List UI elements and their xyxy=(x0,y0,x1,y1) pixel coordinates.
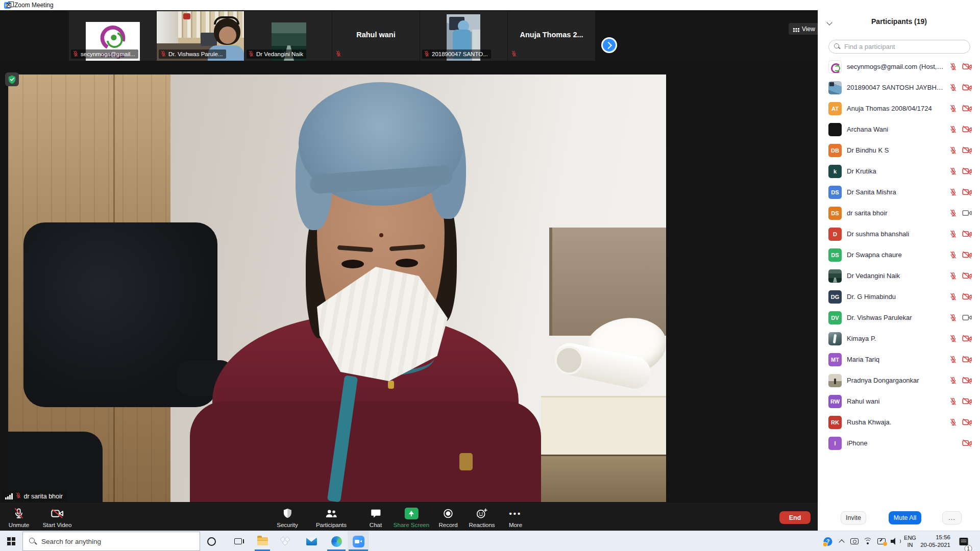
record-button[interactable]: Record xyxy=(438,503,457,531)
mail-button[interactable] xyxy=(300,531,323,551)
edge-button[interactable] xyxy=(325,531,348,551)
participant-name: Dr Vedangini Naik xyxy=(847,272,944,280)
cortana-button[interactable] xyxy=(200,531,223,551)
windows-logo-icon xyxy=(7,537,15,545)
participant-row[interactable]: MT Maria Tariq xyxy=(818,349,980,370)
participants-icon xyxy=(325,507,338,520)
remote-display-tray-button[interactable] xyxy=(877,531,886,551)
mic-muted-icon xyxy=(72,51,79,58)
signal-bars-icon xyxy=(5,493,13,499)
participant-row[interactable]: DS dr sarita bhoir xyxy=(818,203,980,223)
action-center-button[interactable]: 1 xyxy=(960,531,968,551)
thumbnail-name: Rahul wani xyxy=(332,31,420,39)
thumbnail-santosh[interactable]: 201890047 SANTO... xyxy=(420,11,507,61)
help-tray-button[interactable]: ? xyxy=(824,531,832,551)
volume-tray-button[interactable] xyxy=(891,531,900,551)
video-filmstrip: nmogs secynmogs@gmail... Dr. Vishwas Par… xyxy=(0,10,818,61)
participant-row[interactable]: 201890047 SANTOSH JAYBHAYE xyxy=(818,77,980,98)
zoom-app-icon xyxy=(353,536,364,547)
participant-row[interactable]: I iPhone xyxy=(818,433,980,454)
participant-row[interactable]: Archana Wani xyxy=(818,119,980,140)
camera-off-icon xyxy=(962,293,972,300)
thumbnail-vishwas[interactable]: Dr. Vishwas Parule... xyxy=(157,11,244,61)
zoom-taskbar-button[interactable] xyxy=(347,531,370,551)
participant-avatar xyxy=(828,60,842,73)
thumbnail-name: Anuja Thomas 2... xyxy=(508,31,595,39)
more-button[interactable]: ••• More xyxy=(509,503,522,531)
taskbar-search-input[interactable] xyxy=(22,532,200,551)
thumbnail-vedangini[interactable]: Dr Vedangini Naik xyxy=(244,11,332,61)
share-screen-icon xyxy=(404,507,418,520)
participant-row[interactable]: DS Dr Sanita Mishra xyxy=(818,182,980,203)
participant-name: 201890047 SANTOSH JAYBHAYE xyxy=(847,84,944,91)
participant-row[interactable]: Kimaya P. xyxy=(818,328,980,349)
security-button[interactable]: Security xyxy=(277,503,298,531)
participant-search[interactable] xyxy=(828,40,970,54)
participant-row[interactable]: AT Anuja Thomas 2008/04/1724 xyxy=(818,98,980,119)
view-button[interactable]: View xyxy=(789,23,820,35)
mute-all-button[interactable]: Mute All xyxy=(889,511,921,524)
doctor-torso xyxy=(190,401,541,502)
chat-button[interactable]: Chat xyxy=(370,503,382,531)
search-icon xyxy=(29,538,37,545)
participant-name: iPhone xyxy=(847,439,944,447)
meeting-toolbar: Unmute Start Video Security Participants… xyxy=(0,503,818,531)
participant-row[interactable]: D Dr sushma bhanshali xyxy=(818,223,980,244)
participant-row[interactable]: k Dr Krutika xyxy=(818,161,980,182)
wifi-tray-button[interactable] xyxy=(863,531,872,551)
folder-icon xyxy=(257,537,268,545)
thumbnail-secynmogs[interactable]: nmogs secynmogs@gmail... xyxy=(69,11,156,61)
display-tray-button[interactable] xyxy=(850,531,859,551)
reactions-button[interactable]: Reactions xyxy=(469,503,495,531)
participant-row[interactable]: DG Dr. G Himabindu xyxy=(818,286,980,307)
camera-off-icon xyxy=(962,105,972,112)
participant-row[interactable]: Dr Vedangini Naik xyxy=(818,265,980,286)
camera-on-icon xyxy=(962,314,972,321)
participant-name: Pradnya Dongargaonkar xyxy=(847,377,944,384)
clock[interactable]: 15:56 20-05-2021 xyxy=(919,531,950,551)
mic-muted-icon xyxy=(949,293,957,300)
participants-button[interactable]: Participants xyxy=(316,503,347,531)
dropbox-button[interactable] xyxy=(274,531,297,551)
search-input[interactable] xyxy=(828,40,970,54)
windows-taskbar: ? ENG IN 15:56 20-05-2021 1 xyxy=(0,531,980,551)
taskbar-search[interactable] xyxy=(22,532,200,551)
thumbnail-rahul[interactable]: Rahul wani xyxy=(332,11,420,61)
participant-row[interactable]: DV Dr. Vishwas Parulekar xyxy=(818,307,980,328)
file-explorer-button[interactable] xyxy=(251,531,274,551)
close-button[interactable]: × xyxy=(0,0,17,10)
participant-row[interactable]: RW Rahul wani xyxy=(818,391,980,412)
next-page-arrow-button[interactable] xyxy=(601,37,617,53)
thumbnail-anuja[interactable]: Anuja Thomas 2... xyxy=(508,11,595,61)
participant-avatar: DS xyxy=(828,186,842,199)
participant-row[interactable]: DB Dr Bindhu K S xyxy=(818,140,980,161)
mic-muted-icon xyxy=(949,146,957,154)
task-view-button[interactable] xyxy=(226,531,250,551)
participant-row[interactable]: DS Dr Swapna chaure xyxy=(818,244,980,265)
end-meeting-button[interactable]: End xyxy=(779,511,811,524)
participant-avatar: DV xyxy=(828,311,842,324)
participant-row[interactable]: secynmogs@gmail.com (Host, me) xyxy=(818,56,980,77)
eye xyxy=(341,260,364,268)
participant-name: Kimaya P. xyxy=(847,335,944,342)
unmute-button[interactable]: Unmute xyxy=(9,503,29,531)
participant-row[interactable]: RK Rusha Khwaja. xyxy=(818,412,980,433)
encryption-badge[interactable] xyxy=(5,72,19,86)
language-indicator[interactable]: ENG IN xyxy=(902,531,918,551)
invite-button[interactable]: Invite xyxy=(841,511,866,524)
start-button[interactable] xyxy=(0,531,22,551)
share-screen-button[interactable]: Share Screen xyxy=(394,503,429,531)
mail-icon xyxy=(306,538,317,545)
camera-off-icon xyxy=(962,272,972,280)
participant-avatar: k xyxy=(828,165,842,178)
camera-off-icon xyxy=(962,439,972,447)
start-video-button[interactable]: Start Video xyxy=(43,503,72,531)
chevron-up-icon xyxy=(839,539,844,545)
participant-avatar: RK xyxy=(828,416,842,429)
tray-expand-button[interactable] xyxy=(840,531,844,551)
thumbnail-name: Dr. Vishwas Parule... xyxy=(168,51,223,57)
security-label: Security xyxy=(277,522,298,528)
mic-muted-icon xyxy=(424,51,430,58)
participant-row[interactable]: Pradnya Dongargaonkar xyxy=(818,370,980,391)
panel-more-button[interactable]: ... xyxy=(942,511,962,524)
